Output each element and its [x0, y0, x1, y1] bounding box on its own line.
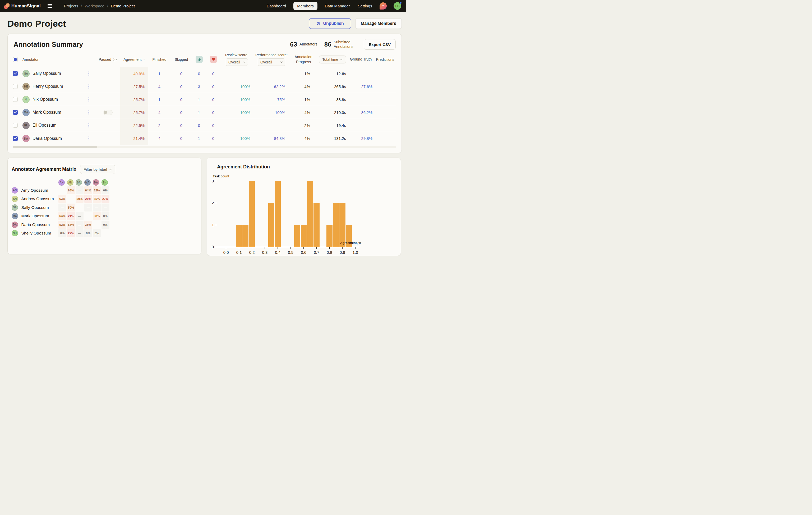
user-avatar[interactable]: LS [394, 2, 401, 10]
histogram-bar[interactable] [249, 181, 255, 247]
accepted-value[interactable]: 1 [198, 136, 200, 141]
paused-toggle[interactable] [103, 110, 113, 115]
histogram-bar[interactable] [268, 203, 274, 247]
skipped-value[interactable]: 0 [180, 123, 182, 128]
matrix-cell[interactable]: 0% [102, 187, 110, 194]
finished-value[interactable]: 4 [158, 110, 161, 115]
export-csv-button[interactable]: Export CSV [364, 39, 396, 50]
matrix-cell[interactable]: — [76, 221, 84, 229]
finished-value[interactable]: 2 [158, 123, 161, 128]
histogram-bar[interactable] [236, 225, 242, 247]
accepted-value[interactable]: 3 [198, 84, 200, 89]
matrix-cell[interactable]: 0% [58, 229, 66, 237]
matrix-cell[interactable]: 64% [58, 212, 66, 220]
row-checkbox[interactable] [13, 110, 18, 115]
unpublish-button[interactable]: Unpublish [309, 18, 351, 29]
rejected-value[interactable]: 0 [212, 71, 214, 76]
matrix-cell[interactable]: 21% [67, 212, 75, 220]
nav-link-data-manager[interactable]: Data Manager [324, 2, 350, 10]
nav-link-dashboard[interactable]: Dashboard [266, 2, 287, 10]
matrix-cell[interactable]: — [76, 187, 84, 194]
matrix-cell[interactable]: 38% [84, 221, 92, 229]
performance-score-dropdown[interactable]: Overall [258, 58, 285, 66]
breadcrumb-current-project[interactable]: Demo Project [111, 4, 135, 8]
row-checkbox[interactable] [13, 123, 18, 128]
matrix-cell[interactable]: 21% [84, 195, 92, 203]
matrix-cell[interactable]: — [76, 212, 84, 220]
matrix-cell[interactable]: 63% [67, 187, 75, 194]
matrix-cell[interactable]: 27% [67, 229, 75, 237]
filter-by-label-dropdown[interactable]: Filter by label [80, 165, 115, 174]
finished-value[interactable]: 1 [158, 97, 161, 102]
matrix-cell[interactable]: 64% [84, 187, 92, 194]
matrix-cell[interactable]: 0% [102, 212, 110, 220]
column-agreement[interactable]: Agreement ↑ [120, 57, 148, 62]
histogram-bar[interactable] [326, 225, 332, 247]
row-menu-icon[interactable] [87, 70, 91, 77]
rejected-value[interactable]: 0 [212, 123, 214, 128]
histogram-bar[interactable] [339, 203, 345, 247]
matrix-cell[interactable]: 55% [67, 221, 75, 229]
breadcrumb-projects[interactable]: Projects [64, 4, 78, 8]
rejected-value[interactable]: 0 [212, 97, 214, 102]
histogram-bar[interactable] [242, 225, 249, 247]
scrollbar-thumb[interactable] [13, 146, 97, 148]
row-menu-icon[interactable] [87, 96, 91, 103]
row-checkbox[interactable] [13, 84, 18, 89]
row-menu-icon[interactable] [87, 135, 91, 142]
matrix-cell[interactable]: 38% [93, 212, 101, 220]
manage-members-button[interactable]: Manage Members [355, 18, 402, 29]
histogram-bar[interactable] [307, 181, 313, 247]
matrix-cell[interactable]: — [93, 204, 101, 211]
histogram-bar[interactable] [301, 225, 307, 247]
histogram-bar[interactable] [333, 203, 339, 247]
accepted-value[interactable]: 1 [198, 110, 200, 115]
thumbs-up-icon[interactable] [196, 56, 203, 63]
histogram-bar[interactable] [275, 181, 281, 247]
rejected-value[interactable]: 0 [212, 84, 214, 89]
rejected-value[interactable]: 0 [212, 136, 214, 141]
row-menu-icon[interactable] [87, 83, 91, 90]
accepted-value[interactable]: 0 [198, 123, 200, 128]
matrix-cell[interactable]: 27% [102, 195, 110, 203]
histogram-bar[interactable] [294, 225, 300, 247]
matrix-cell[interactable]: 52% [93, 187, 101, 194]
nav-link-members[interactable]: Members [293, 2, 317, 10]
total-time-dropdown[interactable]: Total time [319, 56, 346, 63]
help-icon[interactable]: ? [380, 2, 387, 9]
finished-value[interactable]: 1 [158, 71, 161, 76]
matrix-cell[interactable]: 52% [58, 221, 66, 229]
paused-help-icon[interactable]: ? [113, 58, 117, 61]
matrix-cell[interactable]: 63% [58, 195, 66, 203]
matrix-cell[interactable]: 0% [102, 221, 110, 229]
matrix-cell[interactable]: 55% [93, 195, 101, 203]
row-checkbox[interactable] [13, 71, 18, 76]
finished-value[interactable]: 4 [158, 136, 161, 141]
thumbs-down-icon[interactable] [210, 56, 217, 63]
humansignal-logo[interactable]: HumanSignal [4, 3, 41, 9]
matrix-cell[interactable]: — [76, 229, 84, 237]
matrix-cell[interactable]: 0% [84, 229, 92, 237]
matrix-cell[interactable]: 50% [67, 204, 75, 211]
matrix-cell[interactable]: — [102, 204, 110, 211]
skipped-value[interactable]: 0 [180, 71, 182, 76]
row-menu-icon[interactable] [87, 122, 91, 129]
finished-value[interactable]: 4 [158, 84, 161, 89]
rejected-value[interactable]: 0 [212, 110, 214, 115]
skipped-value[interactable]: 0 [180, 84, 182, 89]
breadcrumb-workspace[interactable]: Workspace [85, 4, 105, 8]
select-all-checkbox[interactable] [13, 57, 18, 62]
row-checkbox[interactable] [13, 136, 18, 141]
hamburger-menu-icon[interactable] [47, 3, 53, 9]
row-checkbox[interactable] [13, 97, 18, 102]
skipped-value[interactable]: 0 [180, 136, 182, 141]
matrix-cell[interactable]: — [84, 204, 92, 211]
row-menu-icon[interactable] [87, 109, 91, 116]
skipped-value[interactable]: 0 [180, 97, 182, 102]
accepted-value[interactable]: 1 [198, 97, 200, 102]
histogram-bar[interactable] [314, 203, 320, 247]
matrix-cell[interactable]: 0% [93, 229, 101, 237]
nav-link-settings[interactable]: Settings [357, 2, 373, 10]
matrix-cell[interactable]: 50% [76, 195, 84, 203]
review-score-dropdown[interactable]: Overall [226, 58, 248, 66]
